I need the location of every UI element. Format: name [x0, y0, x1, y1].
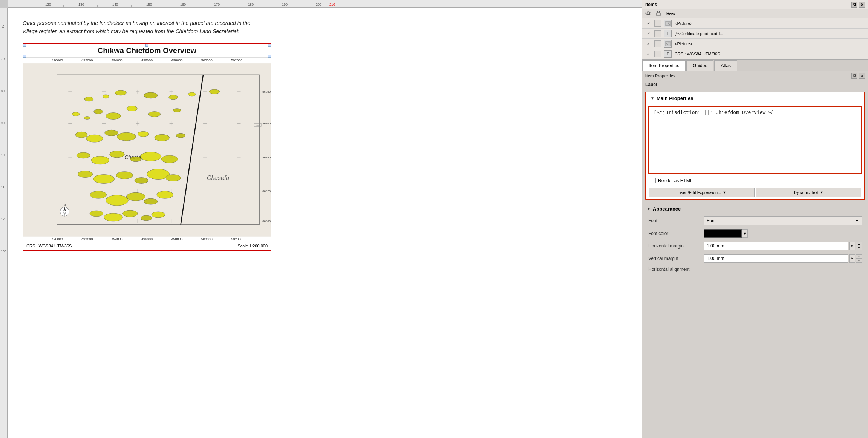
- item-icon-text3: T: [664, 50, 672, 58]
- main-properties-title: Main Properties: [657, 95, 693, 101]
- svg-point-105: [157, 191, 173, 198]
- expression-input-container[interactable]: [%"jurisdiction" ||' Chiefdom Overview'%…: [648, 106, 862, 174]
- svg-point-109: [141, 215, 152, 221]
- item-checkbox-2[interactable]: [654, 40, 661, 47]
- tab-guides[interactable]: Guides: [686, 60, 713, 71]
- svg-text:8680000: 8680000: [262, 220, 271, 223]
- tab-atlas[interactable]: Atlas: [714, 60, 737, 71]
- svg-point-92: [130, 157, 141, 162]
- ruler-left-60: 60: [1, 22, 7, 29]
- h-margin-clear-btn[interactable]: ✕: [849, 242, 855, 250]
- map-container[interactable]: Chikwa Chiefdom Overview 490000 492000 4…: [23, 43, 271, 251]
- h-margin-spin-btns[interactable]: ▲ ▼: [856, 242, 862, 250]
- list-item[interactable]: ✓ T [%'Certificate produced f...: [642, 29, 868, 39]
- items-panel: Items ⧉ ✕ Item ✓: [642, 0, 868, 60]
- items-header-controls[interactable]: ⧉ ✕: [851, 2, 865, 8]
- item-properties-title: Item Properties: [645, 74, 675, 78]
- map-title-bar[interactable]: Chikwa Chiefdom Overview: [23, 44, 271, 58]
- font-dropdown[interactable]: Font ▼: [704, 216, 862, 225]
- coord-bot-494: 494000: [112, 237, 123, 241]
- handle-tc[interactable]: [145, 44, 148, 47]
- v-margin-value-container[interactable]: ✕ ▲ ▼: [704, 254, 862, 263]
- svg-point-104: [144, 198, 158, 204]
- svg-point-85: [117, 132, 136, 141]
- svg-point-75: [72, 112, 80, 116]
- v-margin-up[interactable]: ▲: [856, 254, 862, 258]
- handle-tl[interactable]: [23, 44, 26, 47]
- appearance-header[interactable]: ▼ Appearance: [645, 203, 865, 215]
- h-alignment-row: Horizontal alignment: [645, 265, 865, 274]
- list-item[interactable]: ✓ T CRS : WGS84 UTM/36S: [642, 49, 868, 59]
- col-lock-header: [656, 10, 663, 17]
- svg-point-74: [209, 89, 220, 94]
- ruler-mark-160: 160: [180, 3, 186, 6]
- map-body: 8688000 8686000 8684000 8682000 8680000 …: [23, 63, 271, 237]
- svg-text:N: N: [63, 203, 66, 207]
- item-section-label: Label: [642, 80, 868, 89]
- svg-text:8688000: 8688000: [262, 90, 271, 94]
- list-item[interactable]: ✓ <Picture>: [642, 39, 868, 49]
- item-checkbox-3[interactable]: [654, 51, 661, 57]
- v-margin-clear-btn[interactable]: ✕: [849, 254, 855, 263]
- font-color-label: Font color: [648, 231, 701, 236]
- font-label: Font: [648, 218, 701, 223]
- ruler-mark-150: 150: [146, 3, 152, 6]
- items-panel-close-btn[interactable]: ✕: [859, 2, 865, 8]
- ruler-mark-210: 210: [329, 3, 335, 6]
- item-properties-controls[interactable]: ⧉ ✕: [851, 73, 865, 79]
- coord-top-496: 496000: [141, 58, 153, 62]
- appearance-section: ▼ Appearance Font Font ▼ Font color ▼: [645, 203, 865, 275]
- list-item[interactable]: ✓ <Picture>: [642, 18, 868, 29]
- main-properties-header[interactable]: ▼ Main Properties: [646, 92, 864, 104]
- item-checkbox-1[interactable]: [654, 30, 661, 37]
- svg-point-100: [166, 174, 181, 181]
- svg-point-72: [169, 95, 178, 100]
- h-margin-input[interactable]: [704, 242, 848, 250]
- coord-bot-490: 490000: [52, 237, 63, 241]
- intro-text: Other persons nominated by the landholde…: [23, 19, 256, 36]
- h-margin-down[interactable]: ▼: [856, 246, 862, 250]
- font-color-swatch[interactable]: [704, 229, 742, 238]
- font-color-value[interactable]: ▼: [704, 229, 862, 238]
- tabs-row: Item Properties Guides Atlas: [642, 60, 868, 71]
- handle-br[interactable]: [268, 55, 271, 58]
- page-content: Other persons nominated by the landholde…: [8, 8, 642, 438]
- handle-bl[interactable]: [23, 55, 26, 58]
- item-icon-picture: [664, 20, 672, 27]
- svg-point-81: [173, 108, 181, 112]
- tab-item-properties[interactable]: Item Properties: [642, 60, 686, 71]
- items-panel-float-btn[interactable]: ⧉: [851, 2, 857, 8]
- main-properties-box: ▼ Main Properties [%"jurisdiction" ||' C…: [645, 92, 865, 200]
- item-check-0: ✓: [645, 21, 651, 26]
- h-margin-up[interactable]: ▲: [856, 242, 862, 246]
- svg-point-94: [161, 155, 178, 163]
- font-value[interactable]: Font ▼: [704, 216, 862, 225]
- item-properties-float-btn[interactable]: ⧉: [851, 73, 857, 79]
- item-properties-close-btn[interactable]: ✕: [859, 73, 865, 79]
- h-margin-value-container[interactable]: ✕ ▲ ▼: [704, 242, 862, 250]
- dynamic-text-btn[interactable]: Dynamic Text ▼: [756, 188, 862, 197]
- v-margin-input[interactable]: [704, 254, 848, 263]
- svg-point-69: [103, 95, 109, 98]
- expression-input[interactable]: [%"jurisdiction" ||' Chiefdom Overview'%…: [654, 109, 857, 170]
- v-margin-down[interactable]: ▼: [856, 258, 862, 263]
- handle-tr[interactable]: [268, 44, 271, 47]
- coord-top-502: 502000: [231, 58, 242, 62]
- svg-point-76: [84, 116, 90, 119]
- render-html-checkbox[interactable]: [651, 178, 656, 183]
- svg-point-77: [94, 109, 103, 114]
- item-properties-header: Item Properties ⧉ ✕: [642, 71, 868, 80]
- item-checkbox-0[interactable]: [654, 20, 661, 27]
- item-icon-text: T: [664, 30, 672, 37]
- svg-point-87: [155, 134, 170, 141]
- v-margin-spin-btns[interactable]: ▲ ▼: [856, 254, 862, 263]
- insert-edit-expression-btn[interactable]: Insert/Edit Expression... ▼: [649, 188, 755, 197]
- map-footer: CRS : WGS84 UTM/36S Scale 1:200,000: [23, 242, 271, 250]
- svg-point-93: [140, 152, 161, 161]
- ruler-left-90: 90: [0, 121, 7, 125]
- font-color-dropdown-btn[interactable]: ▼: [742, 229, 748, 238]
- coord-bot-500: 500000: [201, 237, 213, 241]
- items-panel-header: Items ⧉ ✕: [642, 0, 868, 9]
- item-label-3: CRS : WGS84 UTM/36S: [675, 52, 865, 56]
- svg-text:8682000: 8682000: [262, 189, 271, 193]
